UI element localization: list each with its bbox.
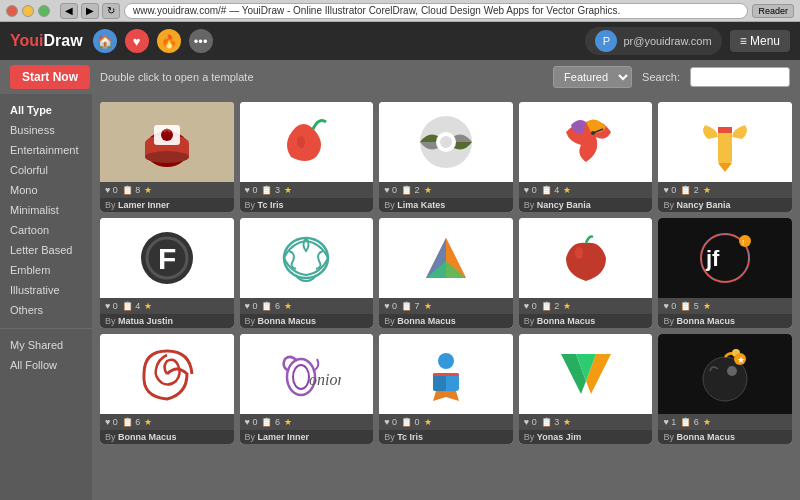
template-card[interactable]: ♥ 0 📋 0 ★ By Tc Iris [379,334,513,444]
refresh-btn[interactable]: ↻ [102,3,120,19]
star-icon[interactable]: ★ [144,185,152,195]
heart-icon[interactable]: ♥ [125,29,149,53]
like-count: ♥ 0 [663,301,676,311]
like-count: ♥ 0 [384,417,397,427]
copy-count: 📋 4 [122,301,141,311]
card-footer: ♥ 0 📋 8 ★ [100,182,234,198]
sidebar-item-emblem[interactable]: Emblem [0,260,92,280]
template-card[interactable]: ♥ 0 📋 6 ★ By Bonna Macus [240,218,374,328]
sidebar-item-letterbased[interactable]: Letter Based [0,240,92,260]
like-count: ♥ 0 [105,185,118,195]
home-icon[interactable]: 🏠 [93,29,117,53]
sidebar-divider [0,328,92,329]
template-card[interactable]: onion ♥ 0 📋 6 ★ By Lamer Inner [240,334,374,444]
sidebar-item-others[interactable]: Others [0,300,92,320]
sidebar-item-mono[interactable]: Mono [0,180,92,200]
copy-count: 📋 3 [541,417,560,427]
card-byline: By Bonna Macus [379,314,513,328]
copy-count: 📋 8 [122,185,141,195]
svg-point-43 [727,366,737,376]
template-card[interactable]: ♥ 0 📋 3 ★ By Yonas Jim [519,334,653,444]
card-footer: ♥ 1 📋 6 ★ [658,414,792,430]
back-btn[interactable]: ◀ [60,3,78,19]
template-card[interactable]: ♥ 0 📋 3 ★ By Tc Iris [240,102,374,212]
minimize-btn[interactable] [22,5,34,17]
star-icon[interactable]: ★ [563,301,571,311]
star-icon[interactable]: ★ [424,185,432,195]
sidebar-item-myshared[interactable]: My Shared [0,335,92,355]
like-count: ♥ 0 [105,417,118,427]
template-card[interactable]: ♥ 0 📋 2 ★ By Bonna Macus [519,218,653,328]
star-icon[interactable]: ★ [703,301,711,311]
copy-count: 📋 3 [261,185,280,195]
like-count: ♥ 0 [663,185,676,195]
star-icon[interactable]: ★ [703,185,711,195]
start-now-button[interactable]: Start Now [10,65,90,89]
star-icon[interactable]: ★ [563,417,571,427]
like-count: ♥ 1 [663,417,676,427]
star-icon[interactable]: ★ [284,301,292,311]
forward-btn[interactable]: ▶ [81,3,99,19]
app-header: YouiDraw 🏠 ♥ 🔥 ••• P pr@youidraw.com ≡ M… [0,22,800,60]
copy-count: 📋 6 [261,417,280,427]
template-card[interactable]: ♥ 0 📋 2 ★ By Nancy Bania [658,102,792,212]
copy-count: 📋 6 [261,301,280,311]
card-footer: ♥ 0 📋 6 ★ [100,414,234,430]
reader-button[interactable]: Reader [752,4,794,18]
star-icon[interactable]: ★ [284,417,292,427]
sidebar-item-cartoon[interactable]: Cartoon [0,220,92,240]
card-byline: By Bonna Macus [658,314,792,328]
sidebar-item-entertainment[interactable]: Entertainment [0,140,92,160]
fire-icon[interactable]: 🔥 [157,29,181,53]
sidebar-item-illustrative[interactable]: Illustrative [0,280,92,300]
card-footer: ♥ 0 📋 7 ★ [379,298,513,314]
menu-button[interactable]: ≡ Menu [730,30,790,52]
sidebar-item-minimalist[interactable]: Minimalist [0,200,92,220]
sidebar-item-alltype[interactable]: All Type [0,100,92,120]
like-count: ♥ 0 [524,185,537,195]
card-byline: By Lamer Inner [240,430,374,444]
template-card[interactable]: ★ ♥ 1 📋 6 ★ By Bonna Macus [658,334,792,444]
copy-count: 📋 2 [401,185,420,195]
avatar: P [595,30,617,52]
copy-count: 📋 6 [122,417,141,427]
template-card[interactable]: F ♥ 0 📋 4 ★ By Matua Justin [100,218,234,328]
star-icon[interactable]: ★ [144,417,152,427]
close-btn[interactable] [6,5,18,17]
star-icon[interactable]: ★ [424,417,432,427]
template-card[interactable]: ♥ 0 📋 2 ★ By Lima Kates [379,102,513,212]
star-icon[interactable]: ★ [563,185,571,195]
copy-count: 📋 4 [541,185,560,195]
search-input[interactable] [690,67,790,87]
template-card[interactable]: ♥ 0 📋 6 ★ By Bonna Macus [100,334,234,444]
star-icon[interactable]: ★ [144,301,152,311]
more-icon[interactable]: ••• [189,29,213,53]
star-icon[interactable]: ★ [284,185,292,195]
copy-count: 📋 7 [401,301,420,311]
star-icon[interactable]: ★ [703,417,711,427]
svg-rect-36 [433,373,459,376]
card-footer: ♥ 0 📋 2 ★ [658,182,792,198]
svg-point-3 [145,151,189,163]
main-layout: All Type Business Entertainment Colorful… [0,94,800,500]
sidebar-item-business[interactable]: Business [0,120,92,140]
svg-point-5 [161,129,173,141]
sidebar-item-allfollow[interactable]: All Follow [0,355,92,375]
like-count: ♥ 0 [245,417,258,427]
card-footer: ♥ 0 📋 3 ★ [240,182,374,198]
template-card[interactable]: ♥ 0 📋 4 ★ By Nancy Bania [519,102,653,212]
template-card[interactable]: jf ! ♥ 0 📋 5 ★ By Bonna Macus [658,218,792,328]
app-logo: YouiDraw [10,32,83,50]
template-card[interactable]: ♥ 0 📋 8 ★ By Lamer Inner [100,102,234,212]
svg-text:!: ! [742,238,744,247]
sidebar-item-colorful[interactable]: Colorful [0,160,92,180]
featured-select[interactable]: Featured Recent Popular [553,66,632,88]
maximize-btn[interactable] [38,5,50,17]
address-bar[interactable]: www.youidraw.com/# — YouiDraw - Online I… [124,3,748,19]
sidebar: All Type Business Entertainment Colorful… [0,94,92,500]
svg-text:jf: jf [705,246,720,271]
template-card[interactable]: ♥ 0 📋 7 ★ By Bonna Macus [379,218,513,328]
user-info[interactable]: P pr@youidraw.com [585,27,721,55]
svg-point-33 [438,353,454,369]
star-icon[interactable]: ★ [424,301,432,311]
